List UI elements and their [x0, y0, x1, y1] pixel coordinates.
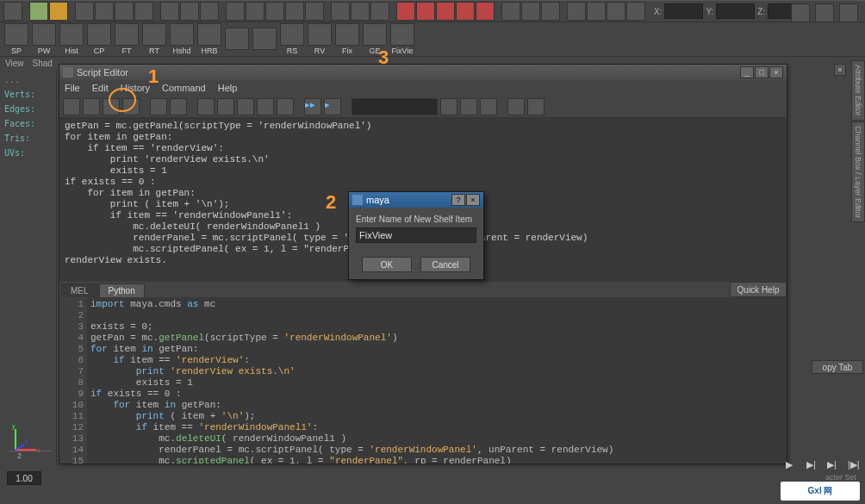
open-script-icon[interactable] — [63, 98, 80, 115]
search-field[interactable] — [352, 98, 438, 115]
shelf-button[interactable]: PW — [31, 23, 57, 55]
toolbar-icon[interactable] — [265, 2, 284, 21]
toolbar-icon[interactable] — [226, 2, 245, 21]
shelf-button[interactable]: Hist — [59, 23, 84, 55]
toolbar-icon[interactable] — [839, 3, 858, 22]
shelf-button[interactable]: FT — [114, 23, 140, 55]
step-fwd-icon[interactable]: ▶| — [806, 459, 818, 471]
timeline[interactable]: 2 — [9, 451, 52, 464]
toolbar-icon[interactable] — [217, 98, 234, 115]
shelf-name-input[interactable] — [356, 227, 476, 243]
toolbar-icon[interactable] — [587, 2, 606, 21]
y-input[interactable] — [716, 3, 755, 19]
save-script-icon[interactable] — [83, 98, 100, 115]
shelf-button[interactable]: FixVie — [389, 23, 415, 55]
toolbar-icon[interactable] — [95, 2, 114, 21]
quick-help-panel[interactable]: Quick Help — [730, 282, 787, 297]
dialog-help-button[interactable]: ? — [451, 194, 465, 206]
toolbar-icon[interactable] — [197, 98, 215, 115]
dialog-close-button[interactable]: × — [466, 194, 480, 206]
mel-tab[interactable]: MEL — [61, 283, 98, 297]
execute-icon[interactable]: ▸▸ — [304, 98, 321, 115]
close-button[interactable]: × — [769, 66, 783, 78]
channel-box-tab[interactable]: Channel Box / Layer Editor — [851, 121, 865, 223]
toolbar-icon[interactable] — [440, 98, 457, 115]
toolbar-icon[interactable] — [501, 2, 520, 21]
menu-item[interactable]: Edit — [92, 83, 109, 93]
toolbar-icon[interactable] — [541, 2, 560, 21]
toolbar-icon[interactable] — [277, 98, 294, 115]
play-icon[interactable]: ▶ — [786, 459, 798, 471]
toolbar-icon[interactable] — [305, 2, 324, 21]
toolbar-icon[interactable] — [791, 3, 810, 22]
toolbar-icon[interactable] — [416, 2, 435, 21]
toolbar-icon[interactable] — [246, 2, 264, 21]
end-icon[interactable]: ▶| — [827, 459, 839, 471]
shelf-button[interactable]: GE — [362, 23, 388, 55]
toolbar-icon[interactable] — [75, 2, 94, 21]
toolbar-icon[interactable] — [351, 2, 370, 21]
window-titlebar[interactable]: Script Editor _ □ × — [59, 65, 787, 80]
toolbar-icon[interactable] — [507, 98, 525, 115]
toolbar-icon[interactable] — [3, 2, 22, 21]
toolbar-icon[interactable] — [521, 2, 540, 21]
toolbar-icon[interactable] — [607, 2, 625, 21]
toolbar-icon[interactable] — [257, 98, 274, 115]
frame-input[interactable] — [7, 471, 41, 485]
menu-item[interactable]: Help — [218, 83, 238, 93]
toolbar-icon[interactable] — [160, 2, 179, 21]
code-content[interactable]: import maya.cmds as mc exists = 0;getPan… — [87, 297, 787, 464]
toolbar-icon[interactable] — [122, 98, 140, 115]
toolbar-icon[interactable] — [815, 3, 834, 22]
shading-menu[interactable]: Shad — [33, 59, 53, 68]
right-close-icon[interactable]: × — [834, 64, 846, 76]
menu-item[interactable]: File — [65, 83, 80, 93]
shelf-button[interactable]: Hshd — [169, 23, 195, 55]
shelf-button[interactable] — [252, 28, 277, 51]
toolbar-icon[interactable] — [150, 98, 167, 115]
cancel-button[interactable]: Cancel — [420, 257, 470, 272]
execute-all-icon[interactable]: ▸ — [324, 98, 341, 115]
shelf-button[interactable]: Fix — [334, 23, 360, 55]
shelf-button[interactable] — [224, 28, 250, 51]
toolbar-icon[interactable] — [134, 2, 153, 21]
toolbar-icon[interactable] — [567, 2, 586, 21]
menu-item[interactable]: Command — [162, 83, 206, 93]
shelf-button[interactable]: HRB — [196, 23, 222, 55]
save-to-shelf-icon[interactable] — [103, 98, 120, 115]
shelf-button[interactable]: RS — [279, 23, 305, 55]
toolbar-icon[interactable] — [370, 2, 389, 21]
attribute-editor-tab[interactable]: Attribute Editor — [851, 60, 865, 121]
ok-button[interactable]: OK — [362, 257, 412, 272]
dialog-titlebar[interactable]: maya ? × — [349, 192, 483, 208]
toolbar-icon[interactable] — [115, 2, 134, 21]
copy-tab-button[interactable]: opy Tab — [812, 360, 863, 374]
menu-item[interactable]: History — [121, 83, 150, 93]
toolbar-icon[interactable] — [396, 2, 415, 21]
toolbar-icon[interactable] — [29, 2, 48, 21]
toolbar-icon[interactable] — [331, 2, 350, 21]
toolbar-icon[interactable] — [476, 2, 495, 21]
maximize-button[interactable]: □ — [755, 66, 769, 78]
x-input[interactable] — [664, 3, 703, 19]
python-tab[interactable]: Python — [99, 283, 145, 297]
toolbar-icon[interactable] — [460, 98, 477, 115]
end-range-icon[interactable]: |▶| — [848, 459, 860, 471]
toolbar-icon[interactable] — [436, 2, 455, 21]
code-editor[interactable]: 123456789101112131415 import maya.cmds a… — [59, 297, 787, 464]
toolbar-icon[interactable] — [170, 98, 187, 115]
shelf-button[interactable]: SP — [3, 23, 29, 55]
toolbar-icon[interactable] — [456, 2, 475, 21]
shelf-button[interactable]: RT — [141, 23, 167, 55]
view-menu[interactable]: View — [5, 59, 24, 68]
toolbar-icon[interactable] — [527, 98, 545, 115]
toolbar-icon[interactable] — [200, 2, 219, 21]
toolbar-icon[interactable] — [180, 2, 199, 21]
toolbar-icon[interactable] — [285, 2, 304, 21]
shelf-button[interactable]: RV — [307, 23, 333, 55]
toolbar-icon[interactable] — [626, 2, 645, 21]
shelf-button[interactable]: CP — [86, 23, 112, 55]
toolbar-icon[interactable] — [237, 98, 254, 115]
toolbar-icon[interactable] — [49, 2, 68, 21]
toolbar-icon[interactable] — [480, 98, 497, 115]
